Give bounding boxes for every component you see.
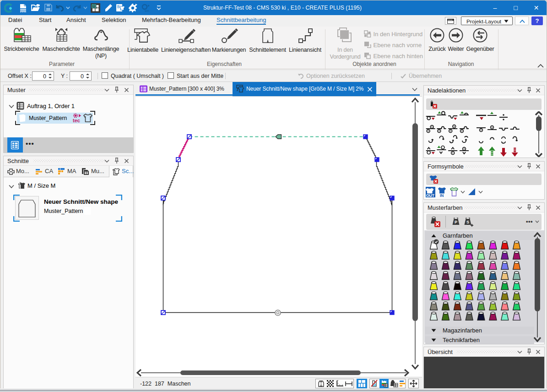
svg-text:IN: IN [440,193,444,197]
svg-text:OUT: OUT [426,193,435,197]
svg-text:sin: sin [145,9,149,13]
